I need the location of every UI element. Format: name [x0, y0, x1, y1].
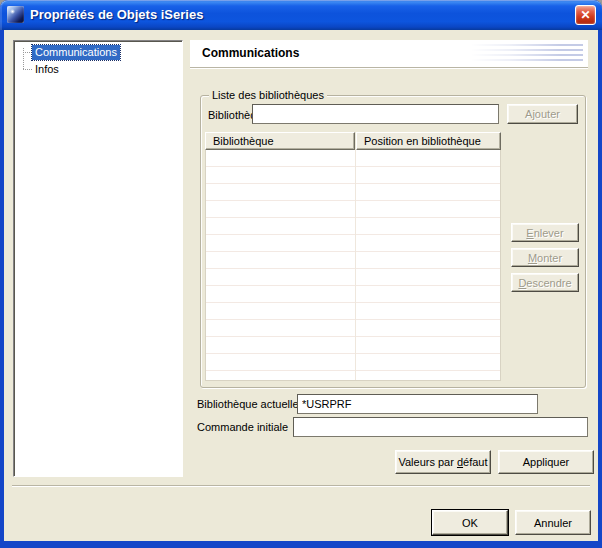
panel-header: Communications [190, 40, 588, 68]
move-down-button-text: escendre [526, 277, 571, 289]
remove-button-text: nlever [534, 227, 564, 239]
defaults-button[interactable]: Valeurs par défaut [395, 450, 491, 474]
library-table-body[interactable] [205, 150, 501, 381]
library-table: Bibliothèque Position en bibliothèque [205, 132, 501, 381]
library-list-groupbox: Liste des bibliothèques Bibliothèque Ajo… [200, 95, 586, 388]
titlebar: Propriétés de Objets iSeries ✕ [0, 0, 602, 30]
app-icon[interactable] [7, 6, 24, 23]
dialog-window: Propriétés de Objets iSeries ✕ Communica… [0, 0, 602, 548]
current-library-input[interactable] [297, 394, 538, 414]
cancel-button[interactable]: Annuler [515, 510, 591, 535]
dialog-client-area: Communications Infos Communications List… [4, 30, 598, 541]
remove-button[interactable]: Enlever [511, 223, 579, 242]
library-table-header: Bibliothèque Position en bibliothèque [205, 132, 501, 150]
category-tree: Communications Infos [13, 40, 183, 477]
defaults-button-text-pre: Valeurs par [398, 456, 457, 468]
footer-separator [12, 485, 590, 487]
groupbox-legend: Liste des bibliothèques [209, 88, 327, 102]
page-title: Communications [202, 40, 299, 67]
apply-button[interactable]: Appliquer [498, 450, 594, 474]
defaults-button-text-post: éfaut [463, 456, 487, 468]
column-header-position[interactable]: Position en bibliothèque [356, 132, 501, 150]
close-icon[interactable]: ✕ [575, 5, 596, 25]
tree-guide-line [23, 69, 32, 70]
move-up-button-mnemonic: M [528, 252, 537, 264]
library-input[interactable] [252, 104, 499, 124]
move-down-button[interactable]: Descendre [511, 273, 579, 292]
move-up-button[interactable]: Monter [511, 248, 579, 267]
column-separator [355, 150, 356, 380]
tree-item-infos[interactable]: Infos [32, 62, 62, 77]
move-up-button-text: onter [537, 252, 562, 264]
window-title: Propriétés de Objets iSeries [30, 0, 203, 30]
current-library-label: Bibliothèque actuelle [197, 398, 299, 410]
remove-button-mnemonic: E [526, 227, 533, 239]
header-decoration [471, 44, 583, 64]
ok-button[interactable]: OK [432, 510, 508, 535]
tree-item-communications[interactable]: Communications [32, 45, 120, 60]
initial-command-input[interactable] [293, 417, 588, 437]
tree-guide-line [23, 52, 32, 53]
column-header-library[interactable]: Bibliothèque [205, 132, 355, 150]
add-button[interactable]: Ajouter [507, 104, 578, 124]
initial-command-label: Commande initiale [197, 421, 288, 433]
